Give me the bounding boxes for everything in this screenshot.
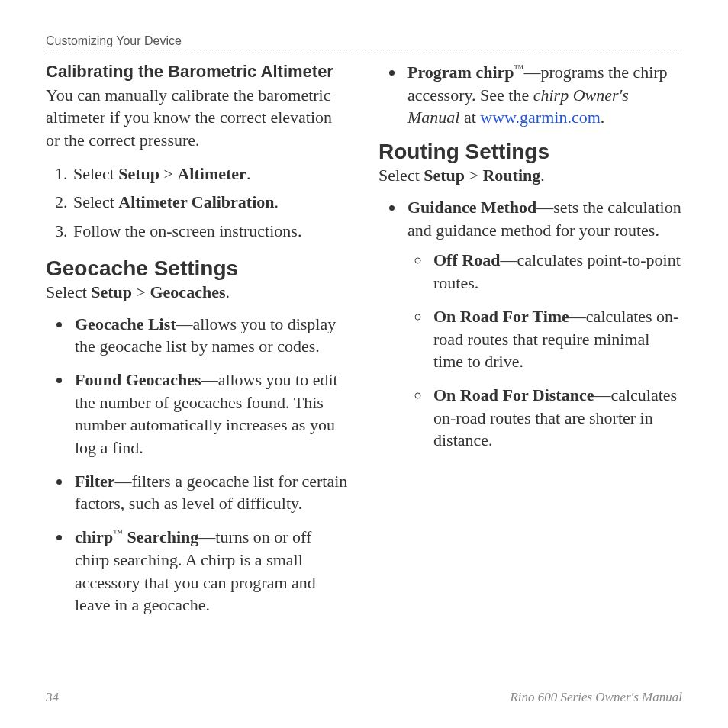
list-item: Off Road—calculates point-to-point route… bbox=[430, 249, 682, 294]
content-columns: Calibrating the Barometric Altimeter You… bbox=[46, 61, 682, 664]
routing-select-line: Select Setup > Routing. bbox=[378, 166, 682, 185]
running-header: Customizing Your Device bbox=[46, 34, 682, 53]
list-item: Found Geocaches—allows you to edit the n… bbox=[72, 369, 350, 459]
list-item: Guidance Method—sets the calculation and… bbox=[404, 196, 682, 452]
list-item: On Road For Time—calculates on-road rout… bbox=[430, 305, 682, 373]
manual-page: Customizing Your Device Calibrating the … bbox=[0, 0, 728, 728]
list-item: Program chirp™—programs the chirp access… bbox=[404, 61, 682, 129]
geocache-settings-heading: Geocache Settings bbox=[46, 256, 350, 281]
guidance-sublist: Off Road—calculates point-to-point route… bbox=[407, 249, 682, 452]
manual-title: Rino 600 Series Owner's Manual bbox=[510, 690, 682, 705]
calibrate-altimeter-heading: Calibrating the Barometric Altimeter bbox=[46, 61, 350, 82]
page-footer: 34 Rino 600 Series Owner's Manual bbox=[46, 690, 682, 705]
page-number: 34 bbox=[46, 690, 59, 705]
routing-settings-heading: Routing Settings bbox=[378, 140, 682, 164]
calibrate-intro: You can manually calibrate the barometri… bbox=[46, 84, 350, 152]
list-item: Geocache List—allows you to display the … bbox=[72, 313, 350, 358]
list-item: Filter—filters a geocache list for certa… bbox=[72, 470, 350, 515]
geocache-select-line: Select Setup > Geocaches. bbox=[46, 282, 350, 302]
step-2: Select Altimeter Calibration. bbox=[72, 191, 350, 214]
garmin-link[interactable]: www.garmin.com bbox=[480, 108, 600, 127]
list-item: chirp™ Searching—turns on or off chirp s… bbox=[72, 526, 350, 617]
routing-bullets: Guidance Method—sets the calculation and… bbox=[378, 196, 682, 452]
step-3: Follow the on-screen instructions. bbox=[72, 220, 350, 243]
calibrate-steps: Select Setup > Altimeter. Select Altimet… bbox=[46, 163, 350, 243]
list-item: On Road For Distance—calculates on-road … bbox=[430, 384, 682, 452]
step-1: Select Setup > Altimeter. bbox=[72, 163, 350, 185]
